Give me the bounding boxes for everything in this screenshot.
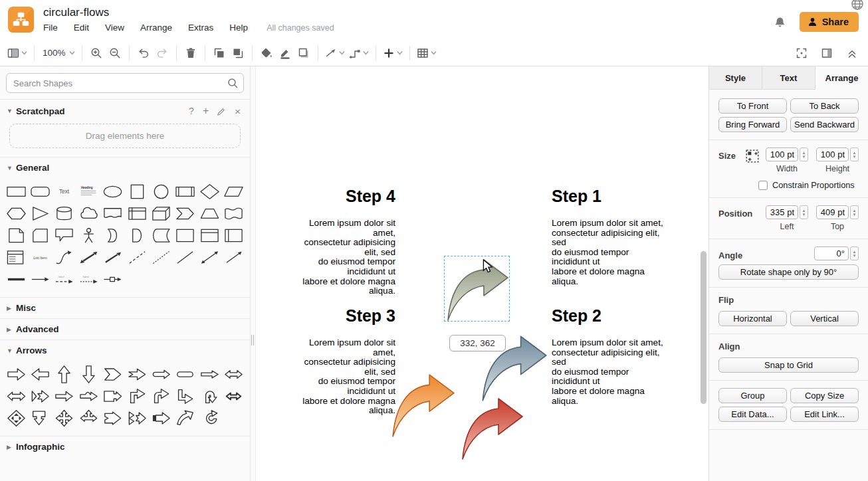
line-color-button[interactable]: [276, 44, 294, 62]
shape-rounded-arrow[interactable]: [149, 363, 173, 385]
menu-edit[interactable]: Edit: [74, 23, 89, 33]
canvas-vertical-scrollbar[interactable]: [701, 251, 706, 404]
group-button[interactable]: Group: [718, 388, 787, 403]
to-front-button[interactable]: To Front: [718, 98, 787, 114]
shape-line[interactable]: [173, 246, 197, 268]
angle-input[interactable]: [814, 246, 849, 260]
menu-view[interactable]: View: [105, 23, 124, 33]
sidebar-splitter[interactable]: [251, 66, 256, 481]
send-backward-button[interactable]: Send Backward: [790, 117, 859, 132]
canvas-step1-block[interactable]: Step 1Lorem ipsum dolor sit amet, consec…: [552, 186, 669, 286]
shape-merge-arrow[interactable]: [125, 407, 149, 429]
shape-corner-arrow[interactable]: [125, 385, 149, 407]
canvas-step3-block[interactable]: Step 3Lorem ipsum dolor sit amet, consec…: [289, 306, 395, 416]
shape-rectangle[interactable]: [4, 181, 28, 203]
connection-button[interactable]: [323, 44, 347, 62]
shape-container[interactable]: [173, 225, 197, 246]
shape-text[interactable]: Text: [53, 181, 76, 203]
shape-rounded-rectangle[interactable]: [28, 181, 52, 203]
height-input[interactable]: [816, 147, 849, 161]
shape-bend-arrow[interactable]: [149, 385, 173, 407]
shape-document[interactable]: [101, 203, 125, 225]
shape-callout-arrow[interactable]: [101, 385, 125, 407]
tab-style[interactable]: Style: [709, 66, 762, 90]
shape-arrow-with-box[interactable]: [101, 268, 125, 290]
shape-triangle[interactable]: [28, 203, 52, 225]
shape-callout[interactable]: [53, 225, 76, 246]
scratchpad-dropzone[interactable]: Drag elements here: [9, 124, 241, 148]
menu-file[interactable]: File: [43, 23, 58, 33]
width-input[interactable]: [766, 147, 798, 161]
shape-three-way-arrow[interactable]: [76, 407, 100, 429]
bring-forward-button[interactable]: Bring Forward: [718, 117, 787, 132]
edit-link-button[interactable]: Edit Link...: [790, 407, 859, 422]
constrain-proportions-checkbox[interactable]: [758, 181, 768, 190]
shape-data-storage[interactable]: [149, 225, 173, 246]
shape-notched-arrow[interactable]: [125, 363, 149, 385]
insert-button[interactable]: [381, 44, 405, 62]
autosize-icon[interactable]: [745, 149, 760, 163]
canvas-step2-block[interactable]: Step 2Lorem ipsum dolor sit amet, consec…: [552, 306, 669, 406]
position-left-stepper[interactable]: ▲▼: [800, 205, 808, 219]
shape-curve[interactable]: [53, 246, 76, 268]
position-top-input[interactable]: [816, 205, 849, 219]
shape-note[interactable]: [4, 225, 28, 246]
help-icon[interactable]: ?: [189, 106, 194, 116]
section-header-advanced[interactable]: ▶ Advanced: [0, 319, 250, 339]
to-front-button[interactable]: [210, 44, 229, 62]
shape-arrow-right[interactable]: [4, 363, 28, 385]
shape-step[interactable]: [173, 203, 197, 225]
shape-two-way-arrow[interactable]: [222, 363, 246, 385]
shape-directional-connector[interactable]: [222, 246, 246, 268]
shape-tail-arrow[interactable]: [101, 407, 125, 429]
scratchpad-header[interactable]: ▼ Scratchpad ? + ×: [0, 100, 250, 122]
shape-container-vertical[interactable]: [222, 225, 246, 246]
shape-cross-arrow[interactable]: [53, 407, 76, 429]
flip-horizontal-button[interactable]: Horizontal: [718, 311, 787, 326]
collapse-button[interactable]: [843, 44, 861, 62]
shape-arrow-link[interactable]: [28, 268, 52, 290]
shape-diamond[interactable]: [197, 181, 221, 203]
share-button[interactable]: Share: [800, 12, 859, 32]
zoom-label-button[interactable]: 100%: [39, 44, 77, 62]
delete-button[interactable]: [181, 44, 200, 62]
search-shapes-input[interactable]: [6, 73, 244, 93]
shape-jump-in-arrow[interactable]: [76, 385, 100, 407]
flip-vertical-button[interactable]: Vertical: [790, 311, 859, 326]
shape-quad-arrow-diamond[interactable]: [4, 407, 28, 429]
position-top-stepper[interactable]: ▲▼: [850, 205, 859, 219]
shape-pointed-arrow[interactable]: [101, 363, 125, 385]
shape-callout-down-arrow[interactable]: [28, 407, 52, 429]
close-icon[interactable]: ×: [235, 106, 241, 117]
shape-labeled-dashed-arrow[interactable]: label: [76, 268, 100, 290]
menu-arrange[interactable]: Arrange: [140, 23, 172, 33]
add-icon[interactable]: +: [203, 105, 209, 117]
shape-bidirectional-arrow[interactable]: [76, 246, 100, 268]
shape-list[interactable]: [4, 246, 28, 268]
copy-size-button[interactable]: Copy Size: [790, 388, 859, 403]
menu-help[interactable]: Help: [229, 23, 248, 33]
position-left-input[interactable]: [766, 205, 798, 219]
menu-extras[interactable]: Extras: [188, 23, 213, 33]
zoom-out-button[interactable]: [106, 44, 124, 62]
view-panels-button[interactable]: [5, 44, 29, 62]
tab-arrange[interactable]: Arrange: [815, 66, 868, 90]
shape-circular-arrow[interactable]: [197, 407, 221, 429]
shape-dashed-line[interactable]: [125, 246, 149, 268]
shape-ellipse[interactable]: [101, 181, 125, 203]
shape-striped-arrow[interactable]: [28, 385, 52, 407]
shape-curved-arrow[interactable]: [173, 407, 197, 429]
canvas[interactable]: Step 4Lorem ipsum dolor sit amet, consec…: [256, 66, 708, 481]
shape-cube[interactable]: [149, 203, 173, 225]
shape-square[interactable]: [125, 181, 149, 203]
shape-arrow-down[interactable]: [76, 363, 100, 385]
shape-labeled-arrow[interactable]: label: [53, 268, 76, 290]
canvas-curved-arrow-red[interactable]: [457, 395, 526, 461]
section-header-misc[interactable]: ▶ Misc: [0, 298, 250, 318]
undo-button[interactable]: [134, 44, 153, 62]
shape-fork-arrow[interactable]: [173, 385, 197, 407]
shape-internal-storage[interactable]: [125, 203, 149, 225]
shape-and[interactable]: [125, 225, 149, 246]
canvas-step4-block[interactable]: Step 4Lorem ipsum dolor sit amet, consec…: [289, 186, 395, 296]
shape-two-way-compact-arrow[interactable]: [222, 385, 246, 407]
